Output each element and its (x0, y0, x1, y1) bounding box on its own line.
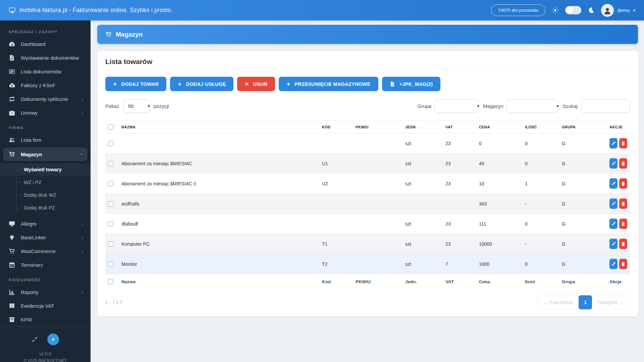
sidebar-item-terminarz[interactable]: Terminarz (0, 258, 91, 272)
sidebar-item-wystawianie-dokumentow[interactable]: Wystawianie dokumentów (0, 51, 91, 65)
document-icon (9, 55, 15, 61)
trash-icon (621, 242, 626, 246)
page-size-select[interactable]: 50 (123, 99, 150, 113)
add-product-button[interactable]: + DODAJ TOWAR (105, 77, 166, 91)
compress-icon[interactable] (32, 336, 38, 343)
jpk-mag-button[interactable]: +JPK_MAG(2) (382, 77, 441, 91)
sidebar-item-kpir[interactable]: KPiR (0, 313, 91, 326)
delete-row-button[interactable] (619, 219, 627, 229)
days-remaining-badge[interactable]: 74070 dni pozostało (491, 4, 546, 16)
cell-pkwiu (353, 154, 402, 174)
cell-ilosc: 0 (522, 214, 559, 234)
submenu-item-wz-i-pz[interactable]: WZ i PZ (0, 176, 91, 189)
select-all-checkbox[interactable] (108, 124, 113, 130)
row-checkbox[interactable] (108, 141, 113, 146)
sidebar-item-label: Faktury z KSeF (21, 82, 55, 88)
row-checkbox[interactable] (108, 201, 113, 206)
user-menu[interactable]: demo ▾ (601, 4, 635, 17)
edit-button[interactable] (609, 198, 618, 209)
cell-name: dfafasdf (118, 214, 319, 234)
plus-icon: + (286, 81, 290, 87)
add-service-button[interactable]: + DODAJ USŁUGĘ (170, 77, 233, 91)
chevron-right-icon: › (82, 290, 83, 295)
sidebar-item-lista-dokumentow[interactable]: Lista dokumentów (0, 65, 91, 78)
cell-cena: 1000 (476, 254, 522, 274)
previous-page-button[interactable]: ← Poprzednie (537, 296, 579, 309)
cell-ilosc: 0 (522, 254, 559, 274)
submenu-item-dodaj-druk-wz[interactable]: Dodaj druk WZ (0, 189, 91, 201)
pencil-icon (611, 141, 616, 146)
cart-icon (9, 248, 15, 254)
cell-grupa: G (559, 214, 607, 234)
delete-row-button[interactable] (619, 178, 627, 189)
edit-button[interactable] (609, 239, 618, 249)
row-checkbox[interactable] (108, 161, 113, 166)
submenu-item-dodaj-druk-pz[interactable]: Dodaj druk PZ (0, 201, 91, 214)
sidebar-item-label: Lista firm (21, 137, 41, 143)
delete-row-button[interactable] (619, 158, 627, 169)
pagination: ← Poprzednie 1 Następne → (537, 296, 630, 309)
row-checkbox[interactable] (108, 221, 113, 227)
sidebar-item-allegro[interactable]: Allegro › (0, 217, 91, 231)
delete-button[interactable]: × USUŃ (237, 77, 275, 91)
page-1-button[interactable]: 1 (579, 295, 592, 309)
group-filter-select[interactable] (435, 99, 479, 113)
main-content: Magazyn Lista towarów + DODAJ TOWAR + DO… (91, 20, 644, 316)
edit-button[interactable] (609, 138, 618, 148)
sidebar-item-ewidencja-vat[interactable]: Ewidencja VAT (0, 299, 91, 313)
sidebar-item-faktury-ksef[interactable]: Faktury z KSeF (0, 78, 91, 92)
next-page-button[interactable]: Następne → (592, 296, 630, 309)
sidebar-item-umowy[interactable]: Umowy › (0, 106, 91, 120)
delete-row-button[interactable] (619, 239, 627, 249)
toolbar: + DODAJ TOWAR + DODAJ USŁUGĘ × USUŃ + PR… (105, 77, 630, 91)
edit-button[interactable] (609, 259, 618, 269)
sidebar-item-baselinker[interactable]: BaseLinker › (0, 231, 91, 244)
monitor-icon (9, 7, 16, 14)
cell-cena: 111 (476, 214, 522, 234)
row-checkbox[interactable] (108, 241, 113, 247)
cell-vat (443, 194, 476, 214)
submenu-item-wyswietl-towary[interactable]: Wyświetl towary (0, 163, 91, 176)
sidebar-item-label: Allegro (21, 221, 37, 227)
user-name: demo (617, 7, 630, 13)
edit-button[interactable] (609, 178, 618, 189)
theme-toggle[interactable] (565, 6, 581, 14)
table-row: Komputer PC T1 szt 23 10000 - G (105, 234, 630, 254)
delete-row-button[interactable] (619, 198, 627, 209)
cell-pkwiu (353, 133, 402, 154)
col-header-nazwa: NAZWA (118, 121, 319, 133)
brand[interactable]: mobilna-faktura.pl - Fakturowanie online… (9, 7, 173, 14)
sidebar-item-label: Lista dokumentów (21, 69, 61, 74)
edit-button[interactable] (609, 219, 618, 229)
warehouse-transfer-button[interactable]: + PRZESUNIĘCIE MAGAZYNOWE (279, 77, 378, 91)
cell-ilosc: - (522, 234, 559, 254)
sidebar-item-magazyn[interactable]: Magazyn › (3, 147, 88, 161)
section-firm-label: FIRMA (0, 120, 91, 133)
sidebar-item-label: Terminarz (21, 262, 43, 268)
select-all-checkbox-footer[interactable] (108, 279, 113, 284)
edit-button[interactable] (609, 158, 618, 169)
file-icon (390, 81, 395, 87)
sidebar-item-dashboard[interactable]: Dashboard (0, 37, 91, 51)
search-input[interactable] (581, 99, 630, 113)
sidebar-item-dokumenty-cykliczne[interactable]: Dokumenty cykliczne › (0, 92, 91, 106)
col-header-akcje: AKCJE (607, 121, 630, 133)
sidebar-item-raporty[interactable]: Raporty › (0, 285, 91, 299)
moon-icon (588, 7, 594, 13)
delete-row-button[interactable] (619, 138, 627, 148)
row-checkbox[interactable] (108, 261, 113, 267)
col-footer-vat: VAT (443, 274, 476, 289)
cell-ilosc: - (522, 194, 559, 214)
collapse-sidebar-button[interactable]: « (47, 334, 59, 345)
pencil-icon (611, 222, 616, 226)
sidebar-item-woocommerce[interactable]: WooCommerce › (0, 244, 91, 258)
delete-row-button[interactable] (619, 259, 627, 269)
col-header-cena: CENA (476, 121, 522, 133)
page-header: Magazyn (97, 25, 638, 44)
warehouse-filter-select[interactable] (507, 99, 558, 113)
plug-icon (9, 234, 15, 241)
sidebar-item-lista-firm[interactable]: Lista firm (0, 133, 91, 147)
row-checkbox[interactable] (108, 181, 113, 186)
trash-icon (621, 161, 626, 166)
cell-ilosc: 1 (522, 174, 559, 194)
